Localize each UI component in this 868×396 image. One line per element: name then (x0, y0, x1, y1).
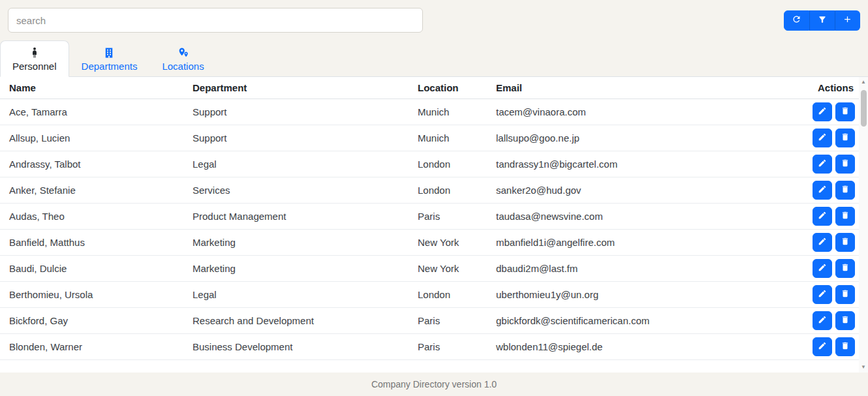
trash-icon (841, 289, 850, 300)
cell-department: Services (183, 177, 409, 204)
edit-button[interactable] (813, 207, 832, 226)
table-row: Baudi, DulcieMarketingNew Yorkdbaudi2m@l… (0, 256, 859, 282)
cell-department: Support (183, 99, 409, 125)
cell-email: tacem@vinaora.com (487, 99, 799, 125)
edit-button[interactable] (813, 129, 832, 147)
delete-button[interactable] (835, 129, 855, 147)
cell-location: Munich (409, 125, 487, 151)
trash-icon (841, 106, 850, 117)
delete-button[interactable] (835, 285, 855, 304)
edit-button[interactable] (813, 181, 832, 200)
scroll-down-arrow-icon[interactable]: ▼ (859, 362, 868, 373)
cell-location: New York (409, 230, 487, 256)
footer: Company Directory version 1.0 (0, 373, 868, 396)
cell-name: Banfield, Matthus (0, 230, 183, 256)
edit-button[interactable] (813, 259, 832, 278)
cell-department: Research and Development (183, 308, 409, 334)
cell-department: Support (183, 125, 409, 151)
pencil-icon (818, 289, 827, 300)
table-header-row: Name Department Location Email Actions (0, 77, 859, 99)
cell-actions (799, 177, 859, 204)
plus-icon (843, 14, 852, 26)
tab-personnel[interactable]: Personnel (0, 40, 69, 77)
edit-button[interactable] (813, 233, 832, 252)
toolbar-button-group (784, 10, 860, 31)
delete-button[interactable] (835, 102, 855, 121)
cell-name: Blonden, Warner (0, 334, 183, 360)
building-icon (103, 46, 115, 59)
pencil-icon (818, 211, 827, 222)
table-body: Ace, TamarraSupportMunichtacem@vinaora.c… (0, 99, 859, 360)
pencil-icon (818, 263, 827, 274)
cell-actions (799, 282, 859, 308)
edit-button[interactable] (813, 311, 832, 330)
col-header-email: Email (487, 77, 799, 99)
pencil-icon (818, 341, 827, 352)
delete-button[interactable] (835, 311, 855, 330)
cell-department: Product Management (183, 204, 409, 230)
table-row: Blonden, WarnerBusiness DevelopmentParis… (0, 334, 859, 360)
pencil-icon (818, 185, 827, 196)
map-marker-icon (178, 46, 189, 59)
person-icon (29, 46, 40, 59)
topbar (0, 0, 868, 38)
cell-name: Allsup, Lucien (0, 125, 183, 151)
pencil-icon (818, 106, 827, 117)
add-button[interactable] (835, 10, 860, 31)
cell-actions (799, 99, 859, 125)
delete-button[interactable] (835, 337, 855, 356)
cell-email: taudasa@newsvine.com (487, 204, 799, 230)
delete-button[interactable] (835, 207, 855, 226)
cell-location: London (409, 282, 487, 308)
delete-button[interactable] (835, 259, 855, 278)
cell-location: Paris (409, 334, 487, 360)
table-row: Andrassy, TalbotLegalLondontandrassy1n@b… (0, 151, 859, 177)
refresh-button[interactable] (784, 10, 809, 31)
table-row: Bickford, GayResearch and DevelopmentPar… (0, 308, 859, 334)
delete-button[interactable] (835, 155, 855, 174)
trash-icon (841, 237, 850, 248)
scrollbar-thumb[interactable] (861, 90, 867, 127)
funnel-icon (818, 15, 827, 26)
trash-icon (841, 211, 850, 222)
cell-email: wblonden11@spiegel.de (487, 334, 799, 360)
cell-department: Legal (183, 151, 409, 177)
table-row: Allsup, LucienSupportMunichlallsupo@goo.… (0, 125, 859, 151)
cell-actions (799, 334, 859, 360)
edit-button[interactable] (813, 285, 832, 304)
edit-button[interactable] (813, 102, 832, 121)
cell-location: New York (409, 256, 487, 282)
delete-button[interactable] (835, 181, 855, 200)
cell-location: Paris (409, 204, 487, 230)
col-header-location: Location (409, 77, 487, 99)
tab-bar: Personnel Departments Locations (0, 38, 868, 77)
table-container: Name Department Location Email Actions A… (0, 77, 868, 373)
cell-location: Munich (409, 99, 487, 125)
cell-email: uberthomieu1y@un.org (487, 282, 799, 308)
cell-location: London (409, 151, 487, 177)
tab-label: Locations (162, 61, 204, 72)
vertical-scrollbar[interactable]: ▲ ▼ (859, 77, 868, 373)
edit-button[interactable] (813, 337, 832, 356)
cell-name: Audas, Theo (0, 204, 183, 230)
filter-button[interactable] (809, 10, 835, 31)
cell-department: Business Development (183, 334, 409, 360)
refresh-icon (792, 14, 801, 26)
search-input[interactable] (8, 8, 423, 33)
tab-departments[interactable]: Departments (69, 40, 150, 77)
pencil-icon (818, 237, 827, 248)
scroll-up-arrow-icon[interactable]: ▲ (859, 77, 868, 87)
table-row: Ace, TamarraSupportMunichtacem@vinaora.c… (0, 99, 859, 125)
cell-email: dbaudi2m@last.fm (487, 256, 799, 282)
table-row: Berthomieu, UrsolaLegalLondonuberthomieu… (0, 282, 859, 308)
table-row: Banfield, MatthusMarketingNew Yorkmbanfi… (0, 230, 859, 256)
edit-button[interactable] (813, 155, 832, 174)
tab-locations[interactable]: Locations (149, 40, 216, 77)
personnel-table: Name Department Location Email Actions A… (0, 77, 859, 360)
cell-email: tandrassy1n@bigcartel.com (487, 151, 799, 177)
trash-icon (841, 159, 850, 170)
cell-actions (799, 256, 859, 282)
delete-button[interactable] (835, 233, 855, 252)
trash-icon (841, 315, 850, 326)
cell-name: Berthomieu, Ursola (0, 282, 183, 308)
